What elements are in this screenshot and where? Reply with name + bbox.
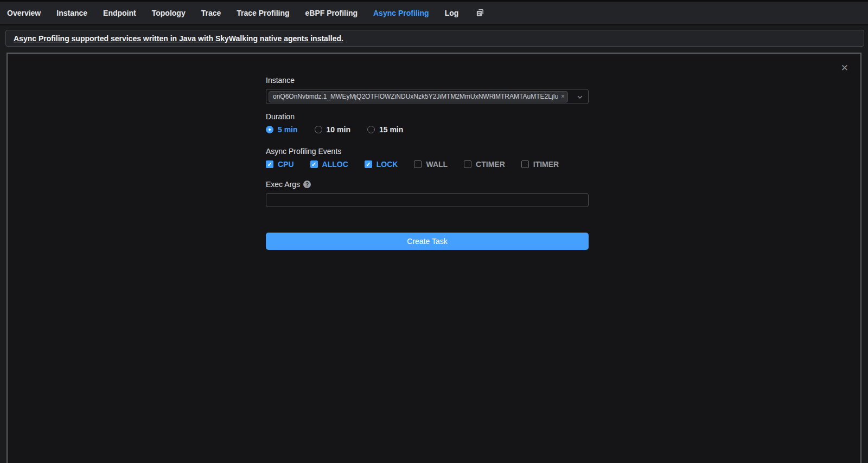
instance-label: Instance [266, 76, 589, 85]
create-task-button[interactable]: Create Task [266, 233, 589, 250]
radio-label: 10 min [327, 125, 350, 134]
checkbox-icon [521, 160, 529, 168]
checkbox-label: WALL [426, 160, 448, 169]
checkbox-icon [464, 160, 471, 168]
create-task-form: Instance onQ6OnNvbmdz.1_MWEyMjQ2OTFlOWZi… [266, 54, 589, 250]
checkbox-cpu[interactable]: CPU [266, 160, 294, 169]
radio-10min[interactable]: 10 min [315, 125, 350, 134]
duration-radio-group: 5 min 10 min 15 min [266, 125, 589, 134]
tab-ebpf-profiling[interactable]: eBPF Profiling [305, 9, 358, 17]
events-checkbox-group: CPU ALLOC LOCK WALL CTIMER ITIMER [266, 160, 589, 169]
checkbox-label: ALLOC [322, 160, 348, 169]
tab-log[interactable]: Log [445, 9, 459, 17]
tab-async-profiling[interactable]: Async Profiling [373, 9, 429, 17]
checkbox-wall[interactable]: WALL [414, 160, 448, 169]
events-label: Async Profiling Events [266, 147, 589, 156]
instance-tag-label: onQ6OnNvbmdz.1_MWEyMjQ2OTFlOWZiNDUxNzk5Y… [273, 93, 558, 100]
notice-link[interactable]: Async Profiling supported services writt… [14, 34, 343, 43]
radio-label: 15 min [379, 125, 403, 134]
tab-topology[interactable]: Topology [152, 9, 186, 17]
radio-circle-icon [266, 126, 273, 133]
radio-circle-icon [367, 126, 375, 133]
radio-15min[interactable]: 15 min [367, 125, 403, 134]
chevron-down-icon [577, 94, 583, 100]
tag-close-icon[interactable]: × [561, 93, 565, 100]
instance-select[interactable]: onQ6OnNvbmdz.1_MWEyMjQ2OTFlOWZiNDUxNzk5Y… [266, 89, 589, 104]
exec-args-label-row: Exec Args ? [266, 180, 589, 189]
notice-banner: Async Profiling supported services writt… [5, 30, 864, 47]
tab-overview[interactable]: Overview [7, 9, 41, 17]
checkbox-label: CTIMER [476, 160, 505, 169]
checkbox-label: CPU [278, 160, 294, 169]
checkbox-alloc[interactable]: ALLOC [310, 160, 348, 169]
question-mark-icon[interactable]: ? [303, 181, 311, 188]
close-icon[interactable]: ✕ [841, 63, 848, 73]
create-task-dialog: ✕ Instance onQ6OnNvbmdz.1_MWEyMjQ2OTFlOW… [7, 53, 861, 463]
exec-args-input[interactable] [266, 193, 589, 207]
checkbox-lock[interactable]: LOCK [365, 160, 398, 169]
checkbox-label: ITIMER [533, 160, 559, 169]
tab-trace-profiling[interactable]: Trace Profiling [237, 9, 289, 17]
checkbox-label: LOCK [376, 160, 398, 169]
radio-circle-icon [315, 126, 322, 133]
top-nav: Overview Instance Endpoint Topology Trac… [0, 0, 868, 25]
checkbox-icon [310, 160, 318, 168]
checkbox-icon [365, 160, 372, 168]
checkbox-itimer[interactable]: ITIMER [521, 160, 559, 169]
tab-trace[interactable]: Trace [201, 9, 221, 17]
radio-5min[interactable]: 5 min [266, 125, 298, 134]
checkbox-icon [266, 160, 273, 168]
duration-label: Duration [266, 112, 589, 121]
checkbox-icon [414, 160, 422, 168]
tab-endpoint[interactable]: Endpoint [103, 9, 136, 17]
radio-label: 5 min [278, 125, 298, 134]
copy-document-icon[interactable] [475, 8, 484, 17]
checkbox-ctimer[interactable]: CTIMER [464, 160, 505, 169]
exec-args-label: Exec Args [266, 180, 300, 189]
tab-instance[interactable]: Instance [56, 9, 87, 17]
instance-tag: onQ6OnNvbmdz.1_MWEyMjQ2OTFlOWZiNDUxNzk5Y… [269, 91, 568, 102]
